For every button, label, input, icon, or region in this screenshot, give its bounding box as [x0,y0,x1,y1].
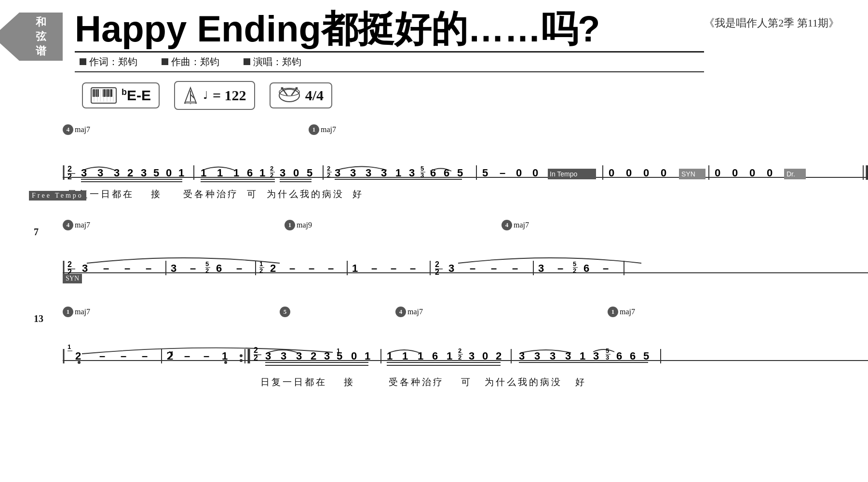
key-text: bE-E [122,87,151,104]
svg-text:0: 0 [626,167,632,179]
chord-num-circle2: 1 [309,124,319,135]
svg-text:3: 3 [324,350,330,362]
svg-text:0: 0 [351,350,357,362]
svg-text:3: 3 [409,167,415,179]
chord-labels-row3: 13 1 maj7 5 4 maj7 1 maj7 [29,307,839,326]
svg-text:3: 3 [281,350,286,362]
keyboard-icon [91,87,117,104]
svg-text:1: 1 [580,350,585,362]
svg-text:2: 2 [311,350,316,362]
svg-text:3: 3 [296,350,302,362]
credit-singer-text: 演唱：郑钧 [253,55,301,68]
chord-type: maj7 [75,125,90,134]
svg-text:–: – [309,262,314,274]
metronome-icon [183,86,198,105]
svg-text:6: 6 [444,167,449,179]
svg-text:0: 0 [732,167,738,179]
svg-text:5: 5 [482,167,488,179]
header: 和 弦 谱 Happy Ending都挺好的……吗? 作词：郑钧 作曲：郑钧 [0,0,868,72]
svg-text:1: 1 [395,167,401,179]
svg-text:5: 5 [153,167,159,179]
tempo-box: ♩ = 122 [174,81,255,110]
svg-text:2̈: 2̈ [166,350,174,362]
svg-text:5: 5 [420,165,424,172]
svg-text:3: 3 [97,167,103,179]
credit-square1 [80,58,86,65]
svg-text:5: 5 [457,167,463,179]
logo-box: 和 弦 谱 [19,13,63,61]
logo-line2: 弦 [36,29,46,44]
svg-text:0: 0 [516,167,522,179]
svg-text:1: 1 [365,350,370,362]
chord-4maj7-row2b: 4 maj7 [502,220,529,230]
svg-text:1: 1 [259,260,263,268]
chord-circle-4-r2b: 4 [502,220,512,230]
svg-text:–: – [391,262,396,274]
tempo-text: = 122 [213,87,246,104]
svg-text:5: 5 [307,167,312,179]
music-row-3: 13 1 maj7 5 4 maj7 1 maj7 [29,307,839,388]
svg-text:2: 2 [270,262,276,274]
source-text: 《我是唱作人第2季 第11期》 [704,9,839,30]
syn-badge-row2: SYN [63,274,82,283]
logo: 和 弦 谱 [19,13,63,61]
svg-text:3: 3 [335,167,340,179]
svg-text:–: – [146,262,151,274]
svg-text:2: 2 [458,347,461,354]
svg-text:–: – [491,262,497,274]
svg-text:1: 1 [447,350,452,362]
svg-text:2: 2 [270,165,273,172]
svg-text:5: 5 [643,350,649,362]
svg-text:Dr.: Dr. [787,170,795,178]
svg-text:3: 3 [381,167,387,179]
svg-text:–: – [142,350,148,362]
time-sig-text: 4/4 [305,87,324,104]
svg-text:3: 3 [141,167,147,179]
chord-labels-row2: 7 4 maj7 1 maj9 4 maj7 [29,220,839,239]
svg-text:–: – [470,262,475,274]
svg-text:3: 3 [519,350,525,362]
svg-text:6: 6 [247,167,253,179]
tempo-note-symbol: ♩ [203,89,208,102]
credit-lyricist-text: 作词：郑钧 [89,55,137,68]
music-row-1: 4 maj7 1 maj7 2 2 [29,124,839,201]
svg-point-147 [78,361,81,364]
svg-text:3: 3 [550,350,556,362]
svg-text:2: 2 [75,350,81,362]
drum-icon [278,87,300,104]
svg-text:2: 2 [458,354,461,361]
svg-text:2: 2 [327,165,330,172]
svg-rect-17 [186,101,195,104]
svg-text:–: – [289,262,295,274]
svg-text:–: – [512,262,518,274]
credit-square3 [244,58,250,65]
svg-text:2: 2 [496,350,502,362]
svg-text:2: 2 [254,346,258,354]
svg-text:2: 2 [68,165,72,173]
svg-text:3: 3 [420,172,424,179]
svg-text:6: 6 [583,262,589,274]
svg-text:–: – [103,262,109,274]
lyrics-row-3: 日复一日都在 接 受各种治疗 可 为什么我的病没 好 [29,376,839,388]
lyrics-row-1: Free Tempo 日复一日都在 接 受各种治疗 可 为什么我的病没 好 [29,188,839,201]
svg-text:3: 3 [469,350,475,362]
svg-text:2: 2 [205,267,209,274]
svg-text:2: 2 [327,172,330,179]
chord-type-r3c: maj7 [620,308,635,316]
logo-arrow [0,13,19,61]
credit-composer: 作曲：郑钧 [162,55,219,68]
svg-text:–: – [603,262,609,274]
lyrics-text-row3: 日复一日都在 接 受各种治疗 可 为什么我的病没 好 [260,377,586,387]
chord-type-1maj9: maj9 [297,221,312,229]
svg-text:–: – [124,262,130,274]
svg-text:1: 1 [68,343,71,350]
svg-text:3: 3 [114,167,120,179]
svg-text:3: 3 [280,167,285,179]
svg-text:3: 3 [265,350,271,362]
staff-row2: 2 2 3 – – – 3 – 5 2 6 – [63,239,868,282]
chord-circle-1-r2: 1 [285,220,295,230]
svg-text:3: 3 [82,262,88,274]
svg-text:5: 5 [337,350,342,362]
credit-lyricist: 作词：郑钧 [80,55,137,68]
key-box: bE-E [82,82,160,108]
